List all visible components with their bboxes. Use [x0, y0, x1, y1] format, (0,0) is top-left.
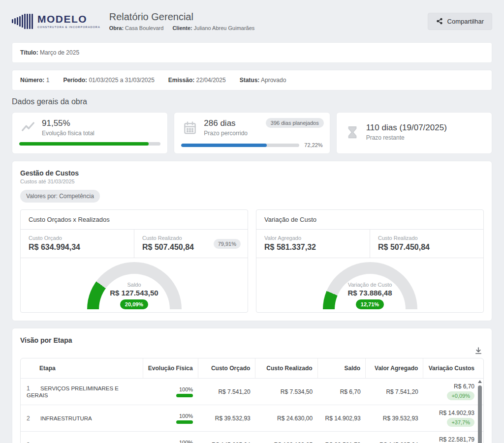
- col-variacao-custos: Variação Custos: [423, 358, 483, 379]
- col-evolucao-fisica: Evolução Física: [143, 358, 198, 379]
- evolucao-fisica-cell: 100%: [176, 440, 193, 443]
- numero-field: Número: 1: [20, 77, 49, 84]
- titulo-field: Título: Março de 2025: [20, 49, 79, 56]
- variacao-value: R$ 22.581,79: [428, 436, 474, 443]
- evolucao-fisica-cell: 100%: [176, 386, 193, 397]
- variacao-value: R$ 6,70: [428, 383, 474, 390]
- cell-custo-orcado: R$ 39.532,93: [198, 405, 255, 432]
- page-title: Relatório Gerencial: [109, 11, 428, 23]
- realizado-pct-badge: 79,91%: [214, 239, 241, 249]
- restante-value: 110 dias (19/07/2025): [366, 123, 447, 133]
- report-page: MODELO CONSTRUTORA E INCORPORADORA Relat…: [0, 0, 504, 443]
- stat-cards-row: 91,55% Evolução física total 286 dias Pr…: [12, 112, 492, 154]
- report-subtitle: Obra: Casa Boulevard Cliente: Juliano Ab…: [109, 25, 428, 31]
- saldo-gauge-badge: 20,09%: [120, 299, 148, 309]
- visao-etapa-title: Visão por Etapa: [20, 336, 484, 344]
- etapa-name: INFRAESTRUTURA: [40, 415, 92, 421]
- card-orcado-x-realizado: Custo Orçados x Realizados Custo Orçado …: [20, 209, 248, 313]
- prazo-progress-label: 72,22%: [304, 142, 322, 148]
- logo-tagline: CONSTRUTORA E INCORPORADORA: [37, 26, 100, 29]
- bars-logo-icon: [12, 12, 33, 30]
- card-evolucao-fisica: 91,55% Evolução física total: [12, 112, 168, 154]
- valor-agregado-value: R$ 581.337,32: [264, 243, 362, 252]
- etapa-name: SERVIÇOS PRELIMINARES E GERAIS: [27, 385, 119, 398]
- hourglass-icon: [345, 125, 360, 140]
- gestao-title: Gestão de Custos: [20, 169, 484, 177]
- cell-custo-orcado: R$ 7.541,20: [198, 379, 255, 405]
- card-prazo-restante: 110 dias (19/07/2025) Prazo restante: [336, 112, 492, 154]
- etapa-table: Etapa Evolução Física Custo Orçado Custo…: [20, 358, 484, 443]
- cell-saldo: R$ 14.902,93: [317, 405, 366, 432]
- download-icon[interactable]: [474, 346, 483, 355]
- saldo-gauge-value: R$ 127.543,50: [80, 289, 189, 297]
- col-etapa: Etapa: [21, 358, 143, 379]
- evolucao-pct: 100%: [176, 440, 193, 443]
- cell-valor-agregado: R$ 39.532,93: [366, 405, 423, 432]
- evolucao-bar: [176, 420, 193, 424]
- cell-custo-realizado: R$ 7.534,50: [255, 379, 317, 405]
- table-scrollbar: [478, 380, 482, 443]
- top-bar: MODELO CONSTRUTORA E INCORPORADORA Relat…: [12, 0, 492, 42]
- company-logo: MODELO CONSTRUTORA E INCORPORADORA: [12, 12, 100, 30]
- dias-planejados-badge: 396 dias planejados: [266, 118, 324, 128]
- evolucao-value: 91,55%: [42, 118, 94, 128]
- share-icon: [436, 18, 443, 25]
- scrollbar-thumb[interactable]: [478, 385, 482, 443]
- evolucao-label: Evolução física total: [42, 130, 94, 137]
- share-label: Compartilhar: [447, 18, 484, 25]
- cell-valor-agregado: R$ 7.541,20: [366, 379, 423, 405]
- cell-custo-realizado: R$ 24.630,00: [255, 405, 317, 432]
- col-custo-realizado: Custo Realizado: [255, 358, 317, 379]
- cell-custo-realizado: R$ 123.103,25: [255, 432, 317, 443]
- section-title-dados-gerais: Dados gerais da obra: [12, 97, 492, 106]
- table-row: 3SUPRAESTRUTURA 100% R$ 145.685,04 R$ 12…: [21, 432, 483, 443]
- custo-realizado2-label: Custo Realizado: [378, 235, 475, 241]
- status-field: Status: Aprovado: [240, 77, 286, 84]
- etapa-number: 3: [27, 442, 40, 443]
- col-valor-agregado: Valor Agregado: [366, 358, 423, 379]
- cliente-info: Cliente: Juliano Abreu Guimarães: [172, 25, 254, 31]
- variacao-gauge: Variação de Custo R$ 73.886,48 12,71%: [316, 262, 424, 309]
- valores-por-chip[interactable]: Valores por: Competência: [20, 190, 100, 203]
- panel-visao-etapa: Visão por Etapa Etapa Evolução Física Cu…: [12, 328, 492, 443]
- card-variacao-custo: Variação de Custo Valor Agregado R$ 581.…: [256, 209, 484, 313]
- prazo-value: 286 dias: [204, 118, 248, 128]
- table-row: 2INFRAESTRUTURA 100% R$ 39.532,93 R$ 24.…: [21, 405, 483, 432]
- gestao-subtitle: Custos até 31/03/2025: [20, 178, 484, 184]
- periodo-field: Período: 01/03/2025 a 31/03/2025: [63, 77, 154, 84]
- evolucao-bar: [176, 394, 193, 397]
- prazo-progress-bar: [181, 144, 299, 147]
- evolucao-fisica-cell: 100%: [176, 413, 193, 424]
- panel-gestao-custos: Gestão de Custos Custos até 31/03/2025 V…: [12, 161, 492, 321]
- restante-label: Prazo restante: [366, 134, 447, 141]
- obra-info: Obra: Casa Boulevard: [109, 25, 164, 31]
- table-header-row: Etapa Evolução Física Custo Orçado Custo…: [21, 358, 483, 379]
- line-chart-icon: [21, 120, 35, 135]
- card-orcado-title: Custo Orçados x Realizados: [21, 210, 248, 230]
- saldo-gauge-label: Saldo: [80, 282, 189, 288]
- share-button[interactable]: Compartilhar: [428, 13, 492, 30]
- cell-valor-agregado: R$ 145.685,04: [366, 432, 423, 443]
- evolucao-pct: 100%: [176, 386, 193, 392]
- evolucao-progress-bar: [19, 142, 160, 146]
- saldo-gauge: Saldo R$ 127.543,50 20,09%: [80, 262, 189, 309]
- custo-orcado-label: Custo Orçado: [29, 235, 126, 241]
- variacao-gauge-value: R$ 73.886,48: [316, 289, 424, 297]
- calendar-icon: [183, 120, 197, 135]
- titulo-bar: Título: Março de 2025: [12, 42, 492, 63]
- custo-orcado-value: R$ 634.994,34: [29, 243, 126, 252]
- variacao-value: R$ 14.902,93: [428, 410, 474, 416]
- variacao-badge: +37,7%: [447, 418, 474, 427]
- scroll-up-arrow-icon[interactable]: [478, 380, 482, 383]
- card-prazo-percorrido: 286 dias Prazo percorrido 396 dias plane…: [174, 112, 330, 154]
- variacao-gauge-label: Variação de Custo: [316, 282, 424, 288]
- prazo-label: Prazo percorrido: [204, 130, 248, 137]
- evolucao-pct: 100%: [176, 413, 193, 419]
- col-saldo: Saldo: [317, 358, 366, 379]
- variacao-badge: +0,09%: [447, 391, 474, 400]
- emissao-field: Emissão: 22/04/2025: [168, 77, 226, 84]
- etapa-number: 1: [27, 385, 40, 392]
- custo-realizado2-value: R$ 507.450,84: [378, 243, 475, 252]
- valor-agregado-label: Valor Agregado: [264, 235, 362, 241]
- table-row: 1SERVIÇOS PRELIMINARES E GERAIS 100% R$ …: [21, 379, 483, 405]
